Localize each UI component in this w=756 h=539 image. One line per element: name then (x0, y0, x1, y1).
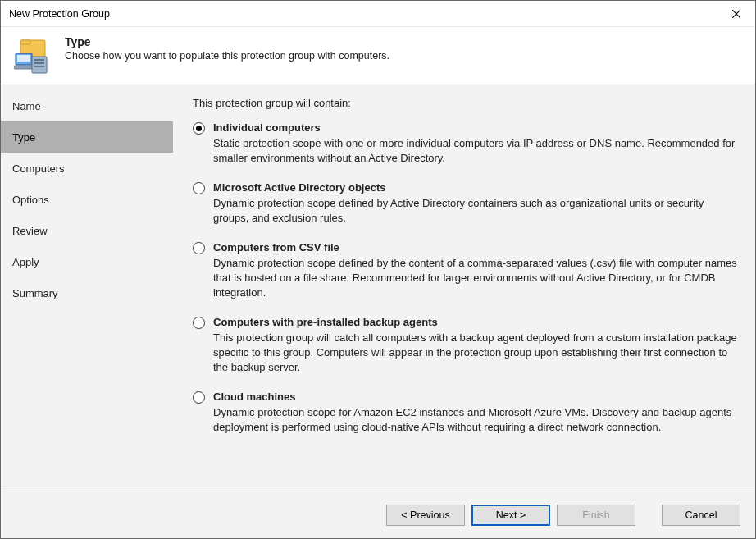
option-description: This protection group will catch all com… (213, 331, 737, 375)
option-texts: Cloud machinesDynamic protection scope f… (213, 390, 737, 435)
wizard-step-apply[interactable]: Apply (1, 246, 173, 277)
option-texts: Computers with pre-installed backup agen… (213, 315, 737, 375)
wizard-step-summary[interactable]: Summary (1, 277, 173, 308)
option-label: Individual computers (213, 121, 737, 135)
radio-cloud-machines[interactable] (193, 391, 205, 404)
option-individual-computers[interactable]: Individual computersStatic protection sc… (193, 121, 737, 166)
option-label: Computers from CSV file (213, 240, 737, 255)
wizard-footer: < Previous Next > Finish Cancel (1, 491, 755, 538)
wizard-body: NameTypeComputersOptionsReviewApplySumma… (1, 85, 755, 491)
option-label: Microsoft Active Directory objects (213, 180, 737, 195)
svg-rect-6 (14, 66, 34, 69)
svg-rect-5 (17, 55, 30, 62)
option-ad-objects[interactable]: Microsoft Active Directory objectsDynami… (193, 180, 737, 226)
wizard-step-type[interactable]: Type (1, 121, 173, 153)
svg-rect-9 (34, 62, 44, 64)
svg-rect-10 (34, 66, 44, 67)
titlebar: New Protection Group (1, 1, 755, 27)
option-description: Dynamic protection scope defined by Acti… (213, 196, 737, 226)
protection-group-icon (14, 35, 53, 75)
option-texts: Computers from CSV fileDynamic protectio… (213, 240, 737, 300)
option-texts: Individual computersStatic protection sc… (213, 121, 737, 166)
wizard-step-label: Review (12, 225, 48, 237)
cancel-button[interactable]: Cancel (662, 505, 740, 526)
option-texts: Microsoft Active Directory objectsDynami… (213, 180, 737, 226)
radio-preinstalled-agents[interactable] (193, 317, 205, 329)
wizard-subheading: Choose how you want to populate this pro… (65, 50, 389, 62)
option-description: Dynamic protection scope defined by the … (213, 256, 737, 300)
wizard-window: New Protection Group Type Cho (0, 0, 756, 539)
options-list: Individual computersStatic protection sc… (193, 121, 737, 435)
svg-rect-8 (34, 59, 44, 61)
radio-ad-objects[interactable] (193, 182, 205, 194)
wizard-step-label: Options (12, 194, 49, 206)
wizard-step-computers[interactable]: Computers (1, 153, 173, 184)
svg-rect-3 (20, 40, 30, 44)
wizard-header: Type Choose how you want to populate thi… (1, 27, 755, 85)
radio-csv-file[interactable] (193, 242, 205, 254)
close-button[interactable] (717, 1, 755, 27)
next-button[interactable]: Next > (471, 505, 550, 526)
wizard-steps-sidebar: NameTypeComputersOptionsReviewApplySumma… (1, 85, 173, 491)
option-description: Dynamic protection scope for Amazon EC2 … (213, 405, 737, 435)
content-intro: This protection group will contain: (193, 97, 737, 109)
radio-individual-computers[interactable] (193, 122, 205, 135)
option-description: Static protection scope with one or more… (213, 136, 737, 166)
option-label: Computers with pre-installed backup agen… (213, 315, 737, 330)
wizard-step-name[interactable]: Name (1, 90, 173, 121)
wizard-content: This protection group will contain: Indi… (173, 85, 755, 491)
close-icon (732, 10, 740, 18)
finish-button: Finish (557, 505, 635, 526)
option-label: Cloud machines (213, 390, 737, 404)
wizard-step-review[interactable]: Review (1, 215, 173, 246)
window-title: New Protection Group (9, 8, 717, 20)
wizard-step-label: Summary (12, 287, 58, 299)
wizard-step-label: Name (12, 100, 41, 112)
wizard-header-texts: Type Choose how you want to populate thi… (65, 34, 389, 62)
option-preinstalled-agents[interactable]: Computers with pre-installed backup agen… (193, 315, 737, 375)
wizard-step-options[interactable]: Options (1, 184, 173, 215)
option-csv-file[interactable]: Computers from CSV fileDynamic protectio… (193, 240, 737, 300)
wizard-step-label: Apply (12, 256, 39, 268)
option-cloud-machines[interactable]: Cloud machinesDynamic protection scope f… (193, 390, 737, 435)
wizard-step-label: Type (12, 131, 35, 144)
previous-button[interactable]: < Previous (386, 505, 465, 526)
wizard-step-label: Computers (12, 162, 65, 175)
wizard-heading: Type (65, 35, 389, 48)
